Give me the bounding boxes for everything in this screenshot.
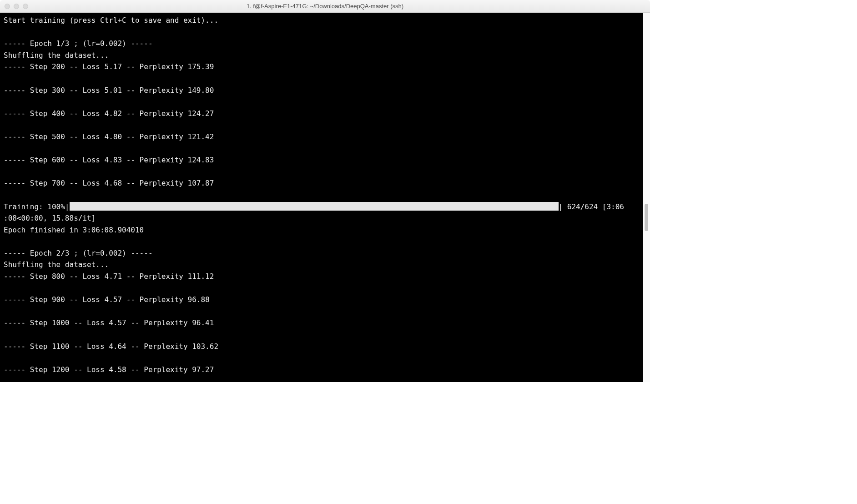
- progress-suffix: | 624/624 [3:06: [559, 202, 625, 211]
- output-line: ----- Epoch 1/3 ; (lr=0.002) -----: [4, 39, 153, 48]
- window-titlebar[interactable]: 1. f@f-Aspire-E1-471G: ~/Downloads/DeepQ…: [0, 0, 650, 13]
- minimize-icon[interactable]: [14, 4, 19, 9]
- output-line: ----- Step 1200 -- Loss 4.58 -- Perplexi…: [4, 365, 214, 374]
- traffic-lights: [5, 4, 28, 9]
- output-line: ----- Step 600 -- Loss 4.83 -- Perplexit…: [4, 156, 214, 164]
- progress-bar-fill: [70, 202, 559, 211]
- scrollbar-track[interactable]: [643, 13, 650, 382]
- output-line: Shuffling the dataset...: [4, 51, 109, 60]
- output-line: ----- Step 800 -- Loss 4.71 -- Perplexit…: [4, 272, 214, 281]
- output-line: :08<00:00, 15.88s/it]: [4, 214, 96, 222]
- scrollbar-thumb[interactable]: [645, 204, 648, 231]
- maximize-icon[interactable]: [23, 4, 28, 9]
- terminal-output[interactable]: Start training (press Ctrl+C to save and…: [0, 13, 643, 382]
- terminal-window: 1. f@f-Aspire-E1-471G: ~/Downloads/DeepQ…: [0, 0, 650, 382]
- output-line: Start training (press Ctrl+C to save and…: [4, 16, 218, 25]
- output-line: Epoch finished in 3:06:08.904010: [4, 226, 144, 234]
- output-line: Shuffling the dataset...: [4, 260, 109, 269]
- output-line: ----- Step 300 -- Loss 5.01 -- Perplexit…: [4, 86, 214, 95]
- output-line: ----- Step 500 -- Loss 4.80 -- Perplexit…: [4, 132, 214, 141]
- close-icon[interactable]: [5, 4, 10, 9]
- output-line: ----- Step 200 -- Loss 5.17 -- Perplexit…: [4, 62, 214, 71]
- output-line: ----- Epoch 2/3 ; (lr=0.002) -----: [4, 249, 153, 257]
- terminal-area: Start training (press Ctrl+C to save and…: [0, 13, 650, 382]
- progress-prefix: Training: 100%|: [4, 202, 70, 211]
- window-title: 1. f@f-Aspire-E1-471G: ~/Downloads/DeepQ…: [5, 3, 645, 10]
- output-line: ----- Step 900 -- Loss 4.57 -- Perplexit…: [4, 295, 210, 304]
- output-line: ----- Step 700 -- Loss 4.68 -- Perplexit…: [4, 179, 214, 187]
- output-line: ----- Step 1100 -- Loss 4.64 -- Perplexi…: [4, 342, 218, 351]
- progress-line: Training: 100%|| 624/624 [3:06: [4, 201, 639, 213]
- output-line: ----- Step 400 -- Loss 4.82 -- Perplexit…: [4, 109, 214, 118]
- output-line: ----- Step 1000 -- Loss 4.57 -- Perplexi…: [4, 318, 214, 327]
